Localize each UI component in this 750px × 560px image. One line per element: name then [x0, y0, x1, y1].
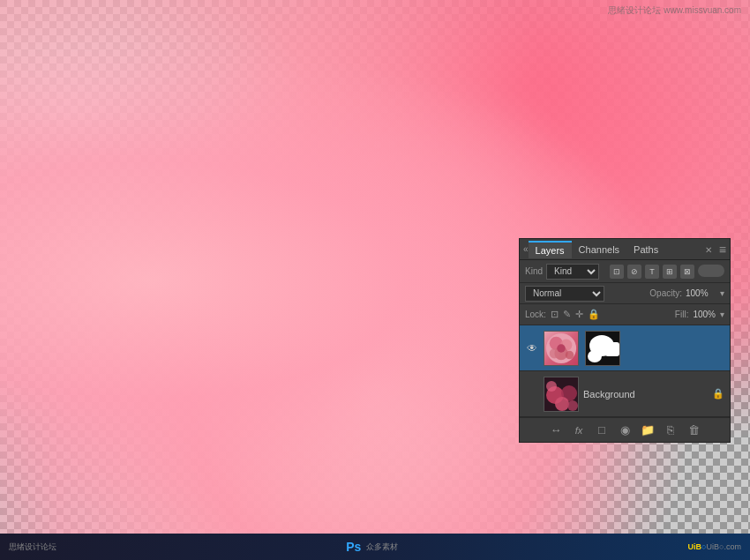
lock-all-icon[interactable]: 🔒: [588, 309, 600, 320]
opacity-value[interactable]: 100%: [686, 288, 716, 298]
lock-pixel-icon[interactable]: ⊡: [551, 309, 559, 320]
filter-adjustment-icon[interactable]: ⊘: [627, 265, 641, 279]
svg-rect-10: [605, 342, 619, 356]
layer-mask-thumbnail-0: [585, 331, 620, 366]
footer-adjustment-icon[interactable]: □: [593, 422, 611, 439]
filter-shape-icon[interactable]: ⊞: [663, 265, 677, 279]
svg-point-16: [567, 400, 578, 411]
panel-header: « Layers Channels Paths ✕ ≡: [520, 239, 730, 260]
filter-smart-icon[interactable]: ⊠: [680, 265, 694, 279]
brand-site-text: 思绪设计论坛: [9, 541, 56, 553]
layer-item-0[interactable]: 👁: [520, 325, 730, 371]
brand-right: UiB○UiB○.com: [688, 542, 741, 551]
layer-locked-icon-1: 🔒: [712, 388, 724, 399]
footer-delete-icon[interactable]: 🗑: [685, 422, 702, 439]
opacity-chevron-icon[interactable]: ▾: [720, 288, 724, 298]
lock-label: Lock:: [525, 310, 546, 319]
watermark-bar: 思绪设计论坛 Ps 众多素材 UiB○UiB○.com: [0, 534, 750, 560]
filter-dropdown[interactable]: Kind: [546, 264, 599, 280]
svg-point-5: [566, 350, 574, 359]
blend-mode-dropdown[interactable]: Normal: [525, 286, 604, 302]
layer-name-1: Background: [583, 389, 708, 399]
footer-mask-icon[interactable]: ◉: [616, 422, 634, 439]
opacity-label: Opacity:: [649, 288, 682, 298]
svg-point-9: [588, 350, 602, 362]
layer-item-1[interactable]: 👁 Background 🔒: [520, 371, 730, 417]
uibo-brand: UiB: [688, 542, 702, 551]
footer-fx-icon[interactable]: fx: [570, 422, 588, 439]
panel-close-icon[interactable]: ✕: [705, 244, 712, 254]
brand-separator: 众多素材: [366, 541, 398, 553]
layers-panel: « Layers Channels Paths ✕ ≡ Kind Kind ⊡ …: [519, 238, 731, 443]
ps-logo: Ps: [346, 540, 361, 554]
layer-thumbnail-1: [544, 377, 579, 412]
filter-icons: ⊡ ⊘ T ⊞ ⊠: [610, 265, 724, 279]
fill-chevron-icon[interactable]: ▾: [720, 310, 724, 319]
svg-point-6: [557, 344, 566, 353]
top-watermark: 思绪设计论坛 www.missvuan.com: [608, 4, 741, 17]
filter-row: Kind Kind ⊡ ⊘ T ⊞ ⊠: [520, 260, 730, 283]
panel-menu-icon[interactable]: ≡: [719, 243, 726, 257]
tab-paths[interactable]: Paths: [626, 242, 665, 258]
brand-left: 思绪设计论坛: [9, 541, 56, 553]
svg-point-15: [546, 381, 557, 392]
svg-point-14: [555, 397, 569, 411]
filter-type-icon[interactable]: T: [645, 265, 659, 279]
footer-link-icon[interactable]: ↔: [547, 422, 565, 439]
fill-value[interactable]: 100%: [693, 310, 716, 319]
filter-pixel-icon[interactable]: ⊡: [610, 265, 624, 279]
lock-draw-icon[interactable]: ✎: [563, 309, 571, 320]
uibo-com: UiB○.com: [707, 542, 741, 551]
lock-row: Lock: ⊡ ✎ ✛ 🔒 Fill: 100% ▾: [520, 304, 730, 325]
brand-center: Ps 众多素材: [346, 540, 398, 554]
layer-thumbnail-0: [544, 331, 579, 366]
layer-thumb-flower: [544, 332, 578, 365]
footer-new-layer-icon[interactable]: ⎘: [662, 422, 679, 439]
lock-move-icon[interactable]: ✛: [575, 309, 583, 320]
filter-label: Kind: [525, 266, 543, 276]
tab-channels[interactable]: Channels: [572, 242, 626, 258]
blend-mode-row: Normal Opacity: 100% ▾: [520, 283, 730, 304]
fill-label: Fill:: [675, 310, 689, 319]
panel-footer: ↔ fx □ ◉ 📁 ⎘ 🗑: [520, 417, 730, 442]
filter-toggle[interactable]: [698, 265, 724, 277]
tab-layers[interactable]: Layers: [529, 241, 572, 258]
layer-visibility-icon-0[interactable]: 👁: [525, 341, 539, 355]
footer-group-icon[interactable]: 📁: [639, 422, 656, 439]
